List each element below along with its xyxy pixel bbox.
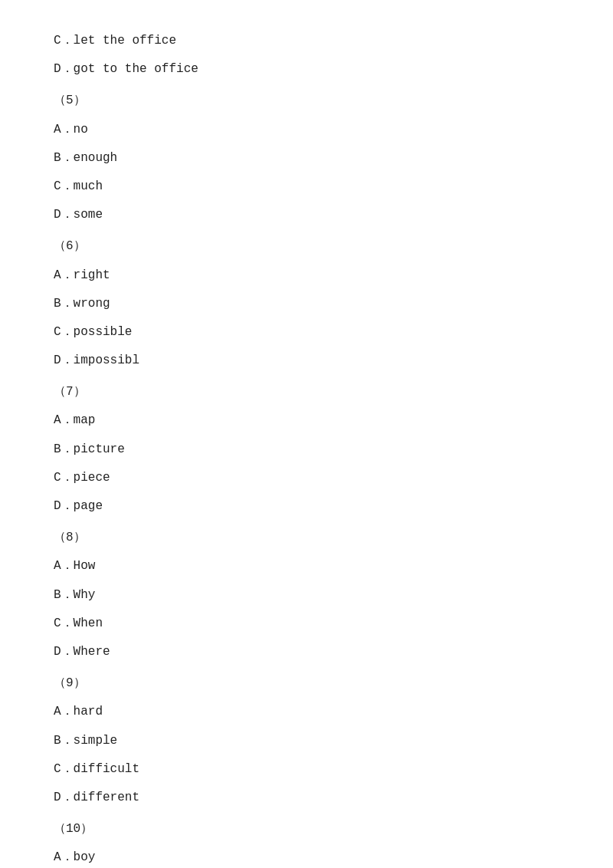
option-b8: B．Why: [54, 585, 559, 606]
option-a10: A．boy: [54, 847, 559, 868]
option-a7: A．map: [54, 410, 559, 431]
option-c9: C．difficult: [54, 759, 559, 780]
option-b6: B．wrong: [54, 294, 559, 314]
option-d5: D．got to the office: [54, 59, 559, 80]
option-d8: D．Where: [54, 642, 559, 663]
option-c8: C．When: [54, 613, 559, 634]
option-d6: D．impossibl: [54, 350, 559, 371]
question-label-5: （5）: [54, 90, 559, 111]
option-b9: B．simple: [54, 731, 559, 751]
option-c5b: C．much: [54, 176, 559, 197]
option-d5b: D．some: [54, 205, 559, 225]
question-label-9: （9）: [54, 673, 559, 694]
main-content: C．let the office D．got to the office （5）…: [0, 0, 613, 868]
option-d7: D．page: [54, 496, 559, 517]
option-c6: C．possible: [54, 322, 559, 343]
option-c7: C．piece: [54, 468, 559, 488]
option-c5: C．let the office: [54, 31, 559, 51]
question-label-6: （6）: [54, 236, 559, 257]
option-b5: B．enough: [54, 148, 559, 169]
question-label-10: （10）: [54, 819, 559, 840]
option-b7: B．picture: [54, 439, 559, 460]
option-a9: A．hard: [54, 702, 559, 722]
question-label-7: （7）: [54, 382, 559, 403]
option-a8: A．How: [54, 556, 559, 577]
option-a6: A．right: [54, 265, 559, 286]
question-label-8: （8）: [54, 528, 559, 548]
option-a5: A．no: [54, 120, 559, 140]
option-d9: D．different: [54, 787, 559, 808]
